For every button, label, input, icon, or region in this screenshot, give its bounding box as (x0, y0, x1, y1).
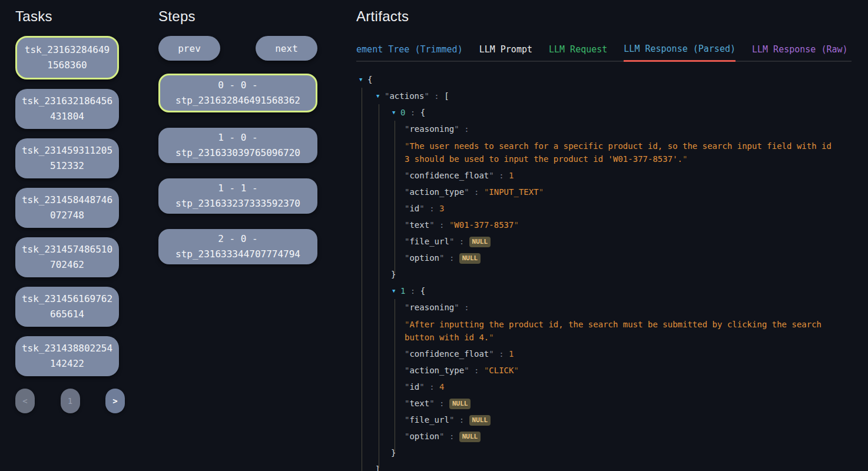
json-key: option (409, 432, 439, 441)
colon: : (405, 286, 420, 296)
tab-llm-response-parsed[interactable]: LLM Response (Parsed) (624, 44, 736, 62)
prev-page-button[interactable]: < (15, 389, 35, 413)
tasks-panel: Tasks tsk_231632846491568360tsk_23163218… (15, 0, 119, 471)
json-key: option (409, 253, 439, 263)
collapse-caret-icon[interactable]: ▼ (392, 107, 400, 119)
tasks-list: tsk_231632846491568360tsk_23163218645643… (15, 36, 119, 376)
steps-list: 0 - 0 - stp_2316328464915683621 - 0 - st… (158, 74, 317, 264)
task-button[interactable]: tsk_231456169762665614 (15, 287, 119, 327)
json-line: "option" : NULL (356, 430, 852, 443)
next-step-button[interactable]: next (256, 36, 317, 61)
json-line: "The user needs to search for a specific… (356, 140, 852, 165)
prev-step-button[interactable]: prev (158, 36, 220, 61)
tasks-title: Tasks (15, 8, 119, 25)
task-button[interactable]: tsk_231632846491568360 (15, 36, 119, 79)
json-line: ▼1 : { (356, 285, 852, 297)
json-key: confidence_float (409, 349, 489, 359)
json-line: ▼"actions" : [ (356, 90, 852, 102)
colon: : (459, 303, 469, 312)
tab-llm-request[interactable]: LLM Request (549, 44, 607, 61)
quote: " (464, 366, 469, 375)
indent-guide (379, 104, 379, 468)
json-key: id (409, 204, 419, 213)
tab-element-tree-trimmed[interactable]: Element Tree (Trimmed) (356, 44, 463, 61)
json-line: "option" : NULL (356, 252, 852, 264)
null-badge: NULL (469, 237, 491, 247)
step-button[interactable]: 0 - 0 - stp_231632846491568362 (158, 74, 317, 112)
quote: " (419, 382, 424, 392)
json-key: file_url (409, 237, 449, 246)
step-button[interactable]: 1 - 1 - stp_231633237333592370 (158, 178, 317, 214)
steps-title: Steps (158, 8, 317, 25)
json-key: text (409, 399, 429, 408)
quote: " (539, 187, 544, 197)
colon: : (425, 382, 439, 392)
json-number-value: 3 (439, 204, 444, 213)
colon: : (435, 220, 449, 230)
step-button[interactable]: 2 - 0 - stp_231633344707774794 (158, 229, 317, 264)
artifacts-tabs: Element Tree (Trimmed)LLM PromptLLM Requ… (356, 44, 852, 62)
json-number-value: 1 (509, 349, 513, 359)
quote: " (489, 171, 493, 180)
json-line: "action_type" : "INPUT_TEXT" (356, 186, 852, 198)
artifacts-title: Artifacts (356, 8, 852, 25)
colon: : (425, 204, 439, 213)
bracket: ] (375, 465, 380, 471)
json-line: "text" : NULL (356, 397, 852, 410)
quote: " (419, 204, 424, 213)
task-button[interactable]: tsk_231457486510702462 (15, 237, 119, 277)
json-line: } (356, 268, 852, 281)
null-badge: NULL (449, 399, 471, 409)
next-page-button[interactable]: > (105, 389, 125, 413)
json-line: "reasoning" : (356, 123, 852, 135)
colon: : (494, 349, 509, 359)
json-key: action_type (409, 366, 464, 375)
json-key: actions (389, 91, 424, 101)
collapse-caret-icon[interactable]: ▼ (359, 74, 367, 86)
json-line: ▼0 : { (356, 107, 852, 119)
steps-panel: Steps prev next 0 - 0 - stp_231632846491… (158, 0, 317, 471)
json-string-value: CLICK (489, 366, 513, 375)
steps-nav: prev next (158, 36, 317, 61)
quote: " (489, 349, 493, 359)
json-key: confidence_float (409, 171, 489, 180)
colon: : (435, 399, 449, 408)
json-tree-viewer: ▼{▼"actions" : [▼0 : {"reasoning" :"The … (356, 74, 852, 471)
bracket: { (420, 286, 425, 296)
bracket: { (420, 108, 425, 117)
json-line: "action_type" : "CLICK" (356, 364, 852, 377)
task-button[interactable]: tsk_231459311205512332 (15, 138, 119, 178)
indent-guide (395, 121, 395, 273)
null-badge: NULL (469, 415, 491, 426)
step-button[interactable]: 1 - 0 - stp_231633039765096720 (158, 128, 317, 163)
json-line: } (356, 447, 852, 459)
tab-llm-prompt[interactable]: LLM Prompt (479, 44, 532, 61)
json-string-value: INPUT_TEXT (489, 187, 538, 197)
tasks-pagination: < 1 > (15, 389, 125, 413)
quote: " (513, 220, 518, 230)
json-string-value: "The user needs to search for a specific… (405, 140, 832, 165)
json-key: reasoning (409, 124, 454, 134)
indent-guide (395, 299, 395, 452)
quote: " (513, 366, 518, 375)
quote: " (454, 124, 459, 134)
collapse-caret-icon[interactable]: ▼ (392, 285, 400, 297)
json-key: file_url (409, 415, 449, 424)
tab-llm-response-raw[interactable]: LLM Response (Raw) (752, 44, 848, 61)
json-key: action_type (409, 187, 464, 197)
task-button[interactable]: tsk_231632186456431804 (15, 89, 119, 129)
artifacts-tabs-clip: Element Tree (Trimmed)LLM PromptLLM Requ… (356, 36, 852, 62)
json-line: "file_url" : NULL (356, 236, 852, 248)
quote: " (424, 91, 429, 101)
task-button[interactable]: tsk_231458448746072748 (15, 188, 119, 228)
quote: " (429, 220, 434, 230)
json-number-value: 1 (509, 171, 513, 180)
json-line: "confidence_float" : 1 (356, 170, 852, 182)
quote: " (454, 303, 459, 312)
task-button[interactable]: tsk_231438802254142422 (15, 336, 119, 376)
page-1-button[interactable]: 1 (61, 389, 80, 413)
json-line: "file_url" : NULL (356, 414, 852, 426)
collapse-caret-icon[interactable]: ▼ (376, 90, 385, 102)
bracket: [ (444, 91, 449, 101)
colon: : (469, 187, 484, 197)
